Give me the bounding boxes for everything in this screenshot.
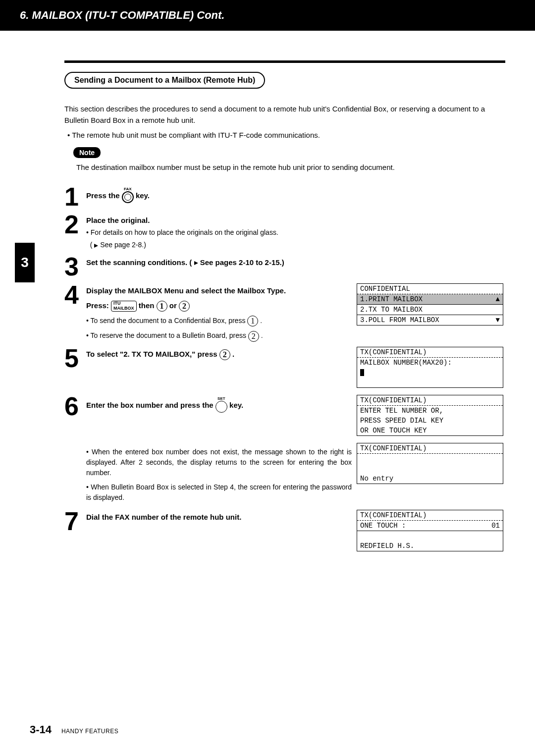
lcd-step6: TX(CONFIDENTIAL) ENTER TEL NUMBER OR, PR… [357, 395, 503, 436]
lcd-line: TX(CONFIDENTIAL) [357, 395, 503, 406]
step-number: 1 [64, 185, 83, 209]
step-2-sub: • For details on how to place the origin… [86, 227, 505, 238]
text: Press the [86, 191, 122, 200]
lcd-line: ENTER TEL NUMBER OR, [357, 406, 503, 416]
step-5-title: To select "2. TX TO MAILBOX," press 2 . [86, 349, 352, 360]
step-number: 2 [64, 213, 83, 236]
footer-section: HANDY FEATURES [61, 728, 118, 735]
lcd-line [357, 368, 503, 378]
step-6b-row: • When the entered box number does not e… [64, 443, 505, 503]
step-1-title: Press the FAX key. [86, 187, 505, 206]
lcd-line [357, 531, 503, 541]
text: 01 [491, 521, 500, 531]
down-arrow-icon: ▼ [496, 315, 500, 325]
text: key. [136, 191, 150, 200]
step-4: 4 Display the MAILBOX Menu and select th… [64, 283, 352, 342]
step-7-title: Dial the FAX number of the remote hub un… [86, 512, 352, 522]
up-arrow-icon: ▲ [496, 294, 500, 304]
step-6-bullet1: • When the entered box number does not e… [86, 447, 352, 478]
lcd-step4: CONFIDENTIAL 1.PRINT MAILBOX▲ 2.TX TO MA… [357, 283, 503, 325]
text: See page 2-8.) [98, 241, 146, 249]
text: . [260, 317, 262, 324]
text: • To reserve the document to a Bulletin … [86, 331, 248, 339]
side-chapter-tab: 3 [15, 243, 35, 282]
text: Press: [86, 301, 111, 310]
step-4-title: Display the MAILBOX Menu and select the … [86, 285, 352, 296]
lcd-step6-error: TX(CONFIDENTIAL) No entry [357, 443, 503, 484]
step-4-bullet2: • To reserve the document to a Bulletin … [86, 330, 352, 341]
step-7: 7 Dial the FAX number of the remote hub … [64, 510, 352, 533]
note-text: The destination mailbox number must be s… [76, 163, 505, 171]
lcd-line-selected: 1.PRINT MAILBOX▲ [357, 294, 503, 305]
text: or [169, 301, 179, 310]
step-3: 3 Set the scanning conditions. ( See pag… [64, 255, 505, 278]
lcd-line: CONFIDENTIAL [357, 284, 503, 294]
text: key. [229, 401, 243, 409]
step-4-bullet1: • To send the document to a Confidential… [86, 316, 352, 326]
lcd-line [357, 378, 503, 387]
keycap-line1: ITU [113, 301, 121, 306]
step-1: 1 Press the FAX key. [64, 185, 505, 209]
text: See pages 2-10 to 2-15.) [198, 258, 284, 267]
section-title-pill: Sending a Document to a Mailbox (Remote … [64, 72, 265, 89]
step-2: 2 Place the original. • For details on h… [64, 213, 505, 250]
intro-text: This section describes the procedures to… [64, 104, 505, 126]
lcd-line [357, 464, 503, 474]
step-5-row: 5 To select "2. TX TO MAILBOX," press 2 … [64, 347, 505, 388]
text: ONE TOUCH : [360, 522, 406, 530]
text: then [139, 301, 157, 310]
lcd-line: PRESS SPEED DIAL KEY [357, 416, 503, 426]
divider [64, 60, 505, 63]
set-label: SET [215, 397, 227, 401]
step-number: 3 [64, 255, 83, 278]
lcd-line: REDFIELD H.S. [357, 541, 503, 551]
key-2-icon: 2 [219, 349, 230, 360]
key-2-icon: 2 [179, 301, 190, 312]
lcd-line [357, 454, 503, 464]
text: To select "2. TX TO MAILBOX," press [86, 350, 219, 358]
lcd-line: ONE TOUCH :01 [357, 521, 503, 531]
step-number: 7 [64, 510, 83, 533]
step-2-title: Place the original. [86, 215, 505, 225]
step-number: 4 [64, 283, 83, 307]
text: • To send the document to a Confidential… [86, 317, 247, 324]
lcd-line: TX(CONFIDENTIAL) [357, 510, 503, 521]
keycap-line2: MAILBOX [113, 306, 134, 311]
lcd-line: TX(CONFIDENTIAL) [357, 347, 503, 358]
text: Enter the box number and press the [86, 401, 215, 409]
lcd-line: MAILBOX NUMBER(MAX20): [357, 358, 503, 368]
step-4-press: Press: ITU MAILBOX then 1 or 2 [86, 301, 352, 312]
cursor-icon [360, 369, 364, 376]
step-5: 5 To select "2. TX TO MAILBOX," press 2 … [64, 347, 352, 370]
key-1-icon: 1 [247, 316, 258, 326]
set-key-icon: SET [215, 397, 227, 415]
text: ( [90, 241, 95, 249]
text: 3.POLL FROM MAILBOX [360, 316, 439, 324]
chapter-header: 6. MAILBOX (ITU-T COMPATIBLE) Cont. [0, 0, 535, 31]
text: 1.PRINT MAILBOX [360, 295, 423, 303]
lcd-step5: TX(CONFIDENTIAL) MAILBOX NUMBER(MAX20): [357, 347, 503, 388]
mailbox-key-icon: ITU MAILBOX [111, 301, 137, 312]
step-number: 6 [64, 395, 83, 418]
fax-label: FAX [122, 187, 134, 191]
text: Set the scanning conditions. ( [86, 258, 194, 267]
page-footer: 3-14 HANDY FEATURES [30, 723, 118, 736]
fax-key-icon: FAX [122, 187, 134, 206]
key-1-icon: 1 [157, 301, 167, 312]
page-number: 3-14 [30, 723, 52, 736]
lcd-line: OR ONE TOUCH KEY [357, 426, 503, 435]
lcd-step7: TX(CONFIDENTIAL) ONE TOUCH :01 REDFIELD … [357, 510, 503, 551]
step-6-row: 6 Enter the box number and press the SET… [64, 395, 505, 436]
step-2-ref: ( See page 2-8.) [86, 240, 505, 250]
intro-bullet: • The remote hub unit must be compliant … [67, 130, 505, 141]
step-number: 5 [64, 347, 83, 370]
lcd-line: TX(CONFIDENTIAL) [357, 443, 503, 454]
step-7-row: 7 Dial the FAX number of the remote hub … [64, 510, 505, 551]
pointer-icon [194, 261, 198, 265]
key-2-icon: 2 [248, 331, 259, 342]
page-body: Sending a Document to a Mailbox (Remote … [0, 31, 535, 551]
text: . [232, 350, 234, 358]
step-6-bullet2: • When Bulletin Board Box is selected in… [86, 482, 352, 503]
step-6: 6 Enter the box number and press the SET… [64, 395, 352, 418]
note-label: Note [73, 147, 101, 158]
